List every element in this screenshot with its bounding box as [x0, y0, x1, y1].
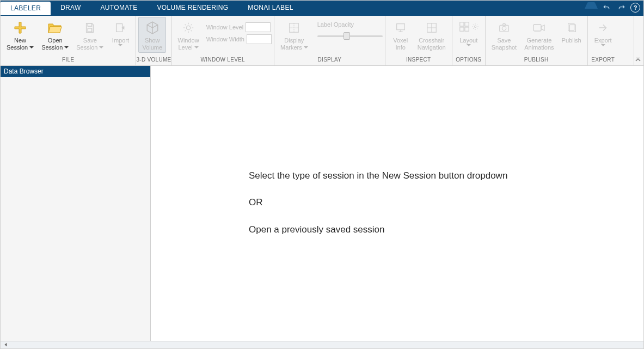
voxel-info-button: Voxel Info — [388, 17, 414, 53]
label-opacity-control: Label Opacity — [317, 17, 383, 40]
data-browser-panel: Data Browser — [1, 66, 151, 341]
generate-animations-button: Generate Animations — [520, 17, 557, 53]
save-icon — [84, 20, 96, 36]
video-camera-icon — [532, 20, 545, 36]
main-area: Data Browser Select the type of session … — [1, 66, 643, 341]
label: Generate — [526, 37, 551, 44]
window-width-label: Window Width — [206, 36, 244, 42]
chevron-down-icon — [601, 44, 605, 46]
collapse-ribbon-button[interactable] — [634, 56, 642, 64]
markers-icon — [288, 20, 300, 36]
tab-bar: LABELER DRAW AUTOMATE VOLUME RENDERING M… — [1, 1, 643, 16]
new-session-button[interactable]: New Session — [3, 17, 38, 53]
label: Voxel — [393, 37, 408, 44]
canvas: Select the type of session in the New Se… — [151, 66, 643, 341]
canvas-message: Select the type of session in the New Se… — [249, 169, 507, 250]
chevron-down-icon — [304, 46, 308, 48]
label-opacity-label: Label Opacity — [317, 21, 354, 28]
publish-stack-icon — [566, 20, 578, 36]
ribbon-group-file: New Session Open Session Save Session — [1, 16, 136, 65]
data-browser-title: Data Browser — [1, 66, 150, 77]
ribbon-group-display: Display Markers Label Opacity DISPLAY — [274, 16, 385, 65]
data-browser-body — [1, 77, 150, 341]
export-button: Export — [590, 17, 616, 48]
msg-line-3: Open a previously saved session — [249, 223, 507, 236]
label: Publish — [562, 37, 581, 44]
label-opacity-slider — [317, 32, 383, 40]
svg-rect-0 — [88, 23, 92, 27]
ribbon-group-export: Export EXPORT — [588, 16, 618, 65]
slider-thumb-icon — [344, 32, 350, 40]
brightness-icon — [182, 20, 194, 36]
svg-rect-4 — [396, 24, 404, 30]
redo-button[interactable] — [615, 2, 628, 14]
app-window: LABELER DRAW AUTOMATE VOLUME RENDERING M… — [0, 0, 644, 349]
msg-line-1: Select the type of session in the New Se… — [249, 169, 507, 182]
plus-icon — [14, 20, 27, 36]
label: Export — [594, 37, 612, 44]
ribbon-group-options: Layout OPTIONS — [452, 16, 486, 65]
label: Volume — [142, 44, 162, 51]
label: Info — [396, 44, 406, 51]
publish-button: Publish — [558, 17, 585, 53]
label: Navigation — [418, 44, 446, 51]
show-volume-button: Show Volume — [138, 17, 166, 53]
voxel-info-icon — [395, 20, 407, 36]
label: Save — [497, 37, 511, 44]
undo-button[interactable] — [600, 2, 613, 14]
tab-automate[interactable]: AUTOMATE — [91, 1, 148, 15]
titlebar-right: ? — [585, 1, 643, 15]
chevron-down-icon — [467, 44, 471, 46]
svg-point-2 — [186, 26, 190, 29]
cube-icon — [145, 20, 160, 36]
window-level-fields: Window Level Window Width — [206, 17, 272, 44]
save-session-button: Save Session — [72, 17, 107, 53]
help-button[interactable]: ? — [630, 3, 640, 13]
skip-to-start-icon[interactable] — [3, 340, 8, 349]
label: Open — [48, 37, 63, 44]
open-session-button[interactable]: Open Session — [38, 17, 72, 53]
label: Crosshair — [419, 37, 444, 44]
ribbon-group-3d-volume: Show Volume 3-D VOLUME — [136, 16, 171, 65]
msg-line-2: OR — [249, 196, 507, 209]
group-label: 3-D VOLUME — [136, 57, 171, 65]
tab-volume-rendering[interactable]: VOLUME RENDERING — [148, 1, 238, 15]
label: Session — [41, 44, 63, 51]
tab-draw[interactable]: DRAW — [51, 1, 90, 15]
label: Animations — [524, 44, 554, 51]
svg-rect-1 — [88, 28, 92, 32]
window-level-input — [246, 22, 271, 32]
import-button: Import — [107, 17, 133, 48]
gear-icon — [471, 23, 479, 32]
label: Markers — [280, 44, 302, 51]
layout-grid-icon — [458, 21, 470, 34]
layout-button: Layout — [455, 17, 483, 48]
display-markers-button: Display Markers — [277, 17, 312, 53]
crosshair-icon — [426, 20, 438, 36]
chevron-down-icon — [99, 46, 103, 48]
ribbon-group-publish: Save Snapshot Generate Animations Publis… — [486, 16, 588, 65]
group-label: DISPLAY — [274, 57, 385, 65]
status-bar — [1, 341, 643, 348]
svg-rect-6 — [459, 22, 463, 26]
folder-open-icon — [48, 20, 62, 36]
label: Session — [76, 44, 97, 51]
label: Import — [112, 37, 129, 44]
group-label: INSPECT — [385, 57, 452, 65]
svg-rect-8 — [459, 27, 463, 31]
group-label: OPTIONS — [452, 57, 485, 65]
label: Save — [83, 37, 97, 44]
chevron-down-icon — [64, 46, 69, 48]
chevron-down-icon — [194, 46, 199, 48]
crosshair-navigation-button: Crosshair Navigation — [414, 17, 450, 53]
group-label: WINDOW LEVEL — [172, 57, 274, 65]
tab-monai-label[interactable]: MONAI LABEL — [238, 1, 303, 15]
ribbon: New Session Open Session Save Session — [1, 16, 643, 66]
svg-rect-15 — [569, 25, 575, 32]
label: Session — [7, 44, 28, 51]
group-label: FILE — [1, 57, 136, 65]
svg-point-12 — [502, 26, 506, 30]
tab-labeler[interactable]: LABELER — [1, 2, 51, 15]
titlebar-tab-shape-icon — [585, 1, 598, 14]
label: Layout — [459, 37, 477, 44]
